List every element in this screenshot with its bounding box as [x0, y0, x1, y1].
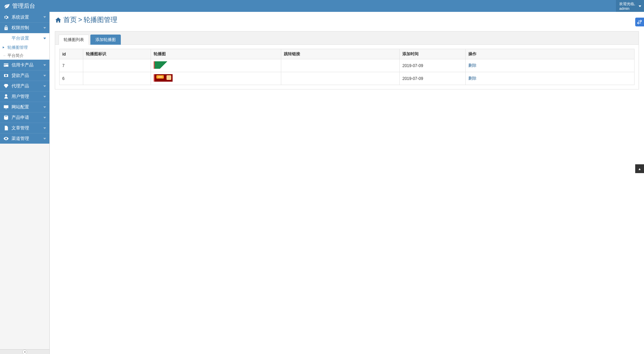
leaf-icon	[4, 3, 10, 9]
col-id: id	[60, 49, 83, 59]
eye-icon	[3, 136, 9, 141]
cell-link	[281, 72, 400, 85]
content-panel: 轮播图列表 添加轮播图 id 轮播图标识 轮播图 跳转链接 添加时间 操作	[55, 31, 639, 89]
sidebar-item-label: 信用卡产品	[12, 62, 34, 68]
sidebar-collapse[interactable]	[0, 349, 49, 354]
breadcrumb: 首页 > 轮播图管理	[55, 15, 639, 24]
cell-id: 6	[60, 72, 83, 85]
cell-img: 1000	[151, 72, 281, 85]
top-header: 管理后台 欢迎光临, admin	[0, 0, 644, 12]
sidebar-item[interactable]: 渠道管理	[0, 133, 49, 144]
user-menu[interactable]: 欢迎光临, admin	[616, 0, 644, 12]
carousel-thumb[interactable]: 1000	[154, 74, 173, 82]
sidebar-item[interactable]: 平台设置	[0, 33, 49, 43]
carousel-thumb[interactable]	[154, 61, 173, 69]
welcome-text: 欢迎光临,	[619, 1, 635, 6]
chevron-down-icon	[43, 64, 46, 66]
brand-title: 管理后台	[12, 2, 35, 10]
tab-add-carousel[interactable]: 添加轮播图	[90, 35, 121, 45]
sidebar-item-label: 贷款产品	[12, 72, 29, 79]
tab-carousel-list[interactable]: 轮播图列表	[59, 35, 89, 45]
sidebar: 系统设置 权限控制 平台设置 轮播图管理平台简介 信用卡产品 贷款产品 代理产品…	[0, 12, 50, 354]
chevron-down-icon	[43, 96, 46, 98]
scroll-top-button[interactable]: ▲	[635, 164, 644, 173]
table-row: 7 2019-07-09 删除	[60, 59, 635, 72]
sidebar-item[interactable]: 信用卡产品	[0, 60, 49, 70]
cell-ident	[83, 72, 151, 85]
main-content: 首页 > 轮播图管理 轮播图列表 添加轮播图 id 轮播图标识 轮播图 跳转链接	[50, 12, 644, 354]
sidebar-item[interactable]: 贷款产品	[0, 70, 49, 81]
sidebar-item[interactable]: 网站配置	[0, 102, 49, 112]
delete-link[interactable]: 删除	[468, 63, 476, 68]
breadcrumb-current: 轮播图管理	[84, 15, 117, 24]
credit-icon	[3, 62, 9, 68]
card-icon	[3, 36, 9, 41]
caret-down-icon	[639, 5, 641, 7]
col-time: 添加时间	[400, 49, 466, 59]
sidebar-item[interactable]: 文章管理	[0, 123, 49, 133]
username: admin	[619, 6, 635, 11]
monitor-icon	[3, 104, 9, 110]
table-header-row: id 轮播图标识 轮播图 跳转链接 添加时间 操作	[60, 49, 635, 59]
money-icon	[3, 73, 9, 78]
gear-icon	[3, 15, 9, 20]
chevron-down-icon	[43, 27, 46, 29]
diamond-icon	[3, 83, 9, 89]
cell-img	[151, 59, 281, 72]
chevron-down-icon	[43, 138, 46, 140]
sidebar-item-label: 用户管理	[12, 93, 29, 100]
chevron-down-icon	[43, 16, 46, 18]
chevron-down-icon	[43, 85, 46, 87]
sidebar-item-label: 产品申请	[12, 114, 29, 121]
swap-icon	[637, 19, 643, 25]
document-icon	[3, 125, 9, 131]
collapse-icon	[22, 350, 27, 354]
sidebar-item[interactable]: 产品申请	[0, 112, 49, 123]
database-icon	[3, 115, 9, 120]
breadcrumb-home[interactable]: 首页	[63, 15, 77, 24]
sidebar-item[interactable]: 代理产品	[0, 81, 49, 91]
breadcrumb-sep: >	[78, 16, 82, 24]
sidebar-item[interactable]: 系统设置	[0, 12, 49, 22]
cell-ops: 删除	[466, 72, 635, 85]
sidebar-item-label: 渠道管理	[12, 136, 29, 142]
cell-time: 2019-07-09	[400, 59, 466, 72]
chevron-up-icon: ▲	[638, 167, 641, 171]
swap-button[interactable]	[635, 18, 644, 26]
sidebar-subitem[interactable]: 平台简介	[0, 51, 49, 60]
chevron-down-icon	[43, 127, 46, 129]
tab-bar: 轮播图列表 添加轮播图	[55, 32, 639, 45]
cell-link	[281, 59, 400, 72]
sidebar-subitem[interactable]: 轮播图管理	[0, 43, 49, 51]
cell-ops: 删除	[466, 59, 635, 72]
col-img: 轮播图	[151, 49, 281, 59]
chevron-down-icon	[43, 75, 46, 77]
brand: 管理后台	[4, 2, 35, 10]
sidebar-item-label: 平台设置	[12, 35, 29, 41]
col-ident: 轮播图标识	[83, 49, 151, 59]
cell-time: 2019-07-09	[400, 72, 466, 85]
sidebar-item-label: 系统设置	[12, 14, 29, 20]
user-icon	[3, 94, 9, 99]
sidebar-item[interactable]: 用户管理	[0, 91, 49, 102]
col-ops: 操作	[466, 49, 635, 59]
chevron-down-icon	[43, 117, 46, 119]
delete-link[interactable]: 删除	[468, 76, 476, 81]
cell-id: 7	[60, 59, 83, 72]
sidebar-item-label: 权限控制	[12, 25, 29, 31]
sidebar-item-label: 网站配置	[12, 104, 29, 110]
sidebar-item[interactable]: 权限控制	[0, 22, 49, 33]
chevron-down-icon	[43, 106, 46, 108]
chevron-down-icon	[43, 38, 46, 39]
sidebar-item-label: 文章管理	[12, 125, 29, 131]
sidebar-item-label: 代理产品	[12, 83, 29, 89]
cell-ident	[83, 59, 151, 72]
carousel-table: id 轮播图标识 轮播图 跳转链接 添加时间 操作 7 2019-07-09 删…	[59, 49, 635, 85]
table-row: 6 1000 2019-07-09 删除	[60, 72, 635, 85]
col-link: 跳转链接	[281, 49, 400, 59]
lock-icon	[3, 25, 9, 30]
home-icon	[55, 17, 62, 23]
